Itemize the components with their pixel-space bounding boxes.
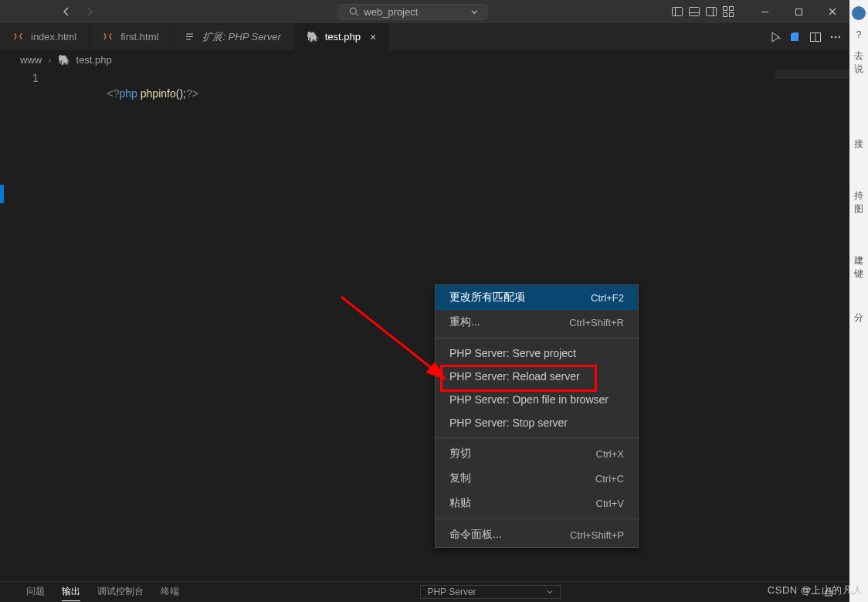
command-center-label: web_project (364, 6, 418, 18)
breadcrumb-file[interactable]: test.php (76, 54, 112, 66)
line-number: 1 (0, 69, 54, 86)
activity-indicator (0, 185, 4, 203)
menu-item-label: PHP Server: Stop server (449, 417, 568, 429)
menu-item-label: PHP Server: Serve project (449, 347, 576, 359)
strip-chip: 去说 (851, 49, 866, 76)
editor-tabs: index.htmlfirst.html扩展: PHP Server🐘test.… (0, 23, 849, 50)
svg-point-11 (835, 36, 836, 37)
tab-label: first.html (120, 31, 158, 43)
menu-item-label: 更改所有匹配项 (449, 291, 525, 304)
title-bar: web_project (0, 0, 849, 23)
code-line[interactable]: <?php phpinfo();?> (68, 70, 198, 117)
strip-chip: 建键 (851, 254, 866, 281)
window-maximize-button[interactable] (782, 0, 815, 23)
menu-item-shortcut: Ctrl+F2 (591, 292, 624, 304)
svg-rect-2 (690, 8, 700, 16)
strip-chip: ? (851, 29, 866, 40)
menu-separator (436, 437, 638, 438)
breadcrumb[interactable]: www › 🐘 test.php (0, 50, 849, 69)
context-menu-item[interactable]: 剪切Ctrl+X (436, 441, 638, 466)
open-changes-icon[interactable] (789, 31, 802, 43)
svg-rect-1 (673, 8, 683, 16)
avatar-dot (852, 6, 866, 20)
watermark: CSDN @上山的凡人 (768, 583, 863, 597)
minimap[interactable] (775, 69, 849, 79)
layout-sidebar-left-icon[interactable] (669, 5, 686, 18)
context-menu: 更改所有匹配项Ctrl+F2重构...Ctrl+Shift+RPHP Serve… (435, 284, 639, 548)
ext-file-icon (184, 31, 196, 43)
menu-item-label: 命令面板... (449, 528, 502, 542)
menu-item-shortcut: Ctrl+Shift+P (570, 529, 624, 541)
context-menu-item[interactable]: 命令面板...Ctrl+Shift+P (436, 522, 638, 547)
search-icon (348, 6, 359, 17)
menu-item-label: 复制 (449, 471, 471, 485)
menu-item-label: 粘贴 (449, 496, 471, 510)
menu-item-shortcut: Ctrl+V (596, 498, 624, 509)
context-menu-item[interactable]: 更改所有匹配项Ctrl+F2 (436, 285, 638, 310)
svg-rect-8 (795, 9, 802, 15)
menu-separator (436, 519, 638, 519)
menu-item-label: 重构... (449, 315, 480, 329)
window-minimize-button[interactable] (748, 0, 782, 23)
run-icon[interactable] (769, 31, 782, 43)
editor-area[interactable]: 1 <?php phpinfo();?> (0, 69, 849, 581)
breadcrumb-root[interactable]: www (20, 54, 42, 66)
context-menu-item[interactable]: PHP Server: Serve project (436, 342, 638, 365)
tab-label: test.php (325, 31, 361, 43)
nav-back-icon[interactable] (60, 5, 73, 18)
context-menu-item[interactable]: 粘贴Ctrl+V (436, 491, 638, 515)
more-icon[interactable] (829, 31, 842, 43)
menu-separator (436, 338, 638, 338)
tab-label: 扩展: PHP Server (202, 30, 280, 44)
html-file-icon (102, 31, 114, 43)
svg-rect-5 (730, 7, 734, 11)
svg-point-12 (839, 36, 840, 37)
editor-tab[interactable]: 🐘test.php× (294, 23, 389, 50)
php-file-icon: 🐘 (307, 31, 319, 43)
layout-sidebar-right-icon[interactable] (703, 5, 720, 18)
svg-rect-4 (724, 7, 727, 11)
svg-point-0 (350, 8, 356, 14)
svg-rect-3 (707, 8, 717, 16)
strip-chip: 持图 (851, 189, 866, 216)
panel-tab[interactable]: 调试控制台 (97, 583, 144, 601)
output-channel-label: PHP Server (427, 587, 476, 597)
external-sidebar: ? 去说 接 持图 建键 分 (849, 0, 868, 602)
menu-item-shortcut: Ctrl+Shift+R (569, 317, 624, 328)
menu-item-label: PHP Server: Reload server (449, 370, 580, 383)
svg-rect-7 (730, 13, 734, 17)
editor-tab[interactable]: first.html (90, 23, 171, 50)
split-editor-icon[interactable] (809, 31, 822, 43)
layout-panel-icon[interactable] (686, 5, 703, 18)
command-center[interactable]: web_project (337, 4, 488, 20)
panel-tab[interactable]: 输出 (62, 583, 80, 601)
strip-chip: 分 (851, 311, 866, 325)
menu-item-shortcut: Ctrl+C (595, 473, 624, 485)
output-channel-selector[interactable]: PHP Server (420, 585, 560, 599)
chevron-down-icon (546, 588, 554, 596)
strip-chip: 接 (851, 138, 866, 151)
context-menu-item[interactable]: PHP Server: Reload server (436, 365, 638, 388)
menu-item-label: PHP Server: Open file in browser (449, 393, 609, 406)
layout-customize-icon[interactable] (720, 5, 737, 18)
svg-point-10 (831, 36, 832, 37)
close-icon[interactable]: × (370, 31, 376, 43)
context-menu-item[interactable]: PHP Server: Open file in browser (436, 388, 638, 411)
panel-bar: 问题输出调试控制台终端 PHP Server (0, 581, 849, 602)
nav-forward-icon[interactable] (83, 5, 96, 18)
svg-rect-6 (724, 13, 727, 17)
editor-tab[interactable]: 扩展: PHP Server (171, 23, 293, 50)
panel-tab[interactable]: 终端 (161, 583, 179, 601)
context-menu-item[interactable]: 重构...Ctrl+Shift+R (436, 310, 638, 335)
window-close-button[interactable] (815, 0, 849, 23)
menu-item-label: 剪切 (449, 447, 471, 461)
chevron-right-icon: › (48, 54, 51, 66)
context-menu-item[interactable]: 复制Ctrl+C (436, 466, 638, 491)
html-file-icon (12, 31, 25, 43)
context-menu-item[interactable]: PHP Server: Stop server (436, 411, 638, 434)
chevron-down-icon (469, 6, 480, 17)
panel-tab[interactable]: 问题 (26, 583, 45, 601)
editor-tab[interactable]: index.html (0, 23, 90, 50)
menu-item-shortcut: Ctrl+X (596, 448, 624, 460)
tab-label: index.html (31, 31, 76, 43)
